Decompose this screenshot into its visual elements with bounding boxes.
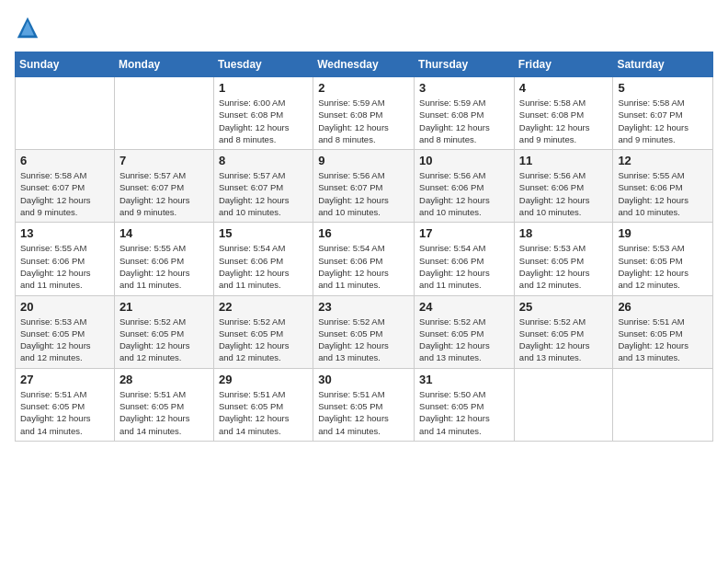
header-monday: Monday — [114, 52, 213, 77]
day-number: 11 — [519, 154, 609, 167]
logo-icon — [15, 15, 40, 40]
calendar-cell: 23Sunrise: 5:52 AM Sunset: 6:05 PM Dayli… — [313, 295, 415, 368]
day-info: Sunrise: 5:56 AM Sunset: 6:06 PM Dayligh… — [519, 169, 609, 218]
calendar-cell: 1Sunrise: 6:00 AM Sunset: 6:08 PM Daylig… — [213, 77, 313, 150]
day-info: Sunrise: 5:57 AM Sunset: 6:07 PM Dayligh… — [219, 169, 308, 218]
day-number: 25 — [519, 300, 609, 314]
day-info: Sunrise: 5:54 AM Sunset: 6:06 PM Dayligh… — [419, 242, 509, 291]
day-info: Sunrise: 5:52 AM Sunset: 6:05 PM Dayligh… — [419, 316, 509, 364]
calendar-cell: 20Sunrise: 5:53 AM Sunset: 6:05 PM Dayli… — [16, 295, 115, 368]
day-number: 18 — [519, 226, 609, 240]
day-number: 8 — [219, 154, 308, 167]
calendar-body: 1Sunrise: 6:00 AM Sunset: 6:08 PM Daylig… — [16, 77, 713, 442]
header-friday: Friday — [514, 52, 613, 77]
header-wednesday: Wednesday — [313, 52, 415, 77]
calendar-cell: 10Sunrise: 5:56 AM Sunset: 6:06 PM Dayli… — [415, 150, 515, 223]
calendar-cell: 15Sunrise: 5:54 AM Sunset: 6:06 PM Dayli… — [213, 223, 313, 295]
day-number: 5 — [618, 81, 708, 95]
day-info: Sunrise: 5:51 AM Sunset: 6:05 PM Dayligh… — [318, 388, 409, 437]
calendar-cell: 7Sunrise: 5:57 AM Sunset: 6:07 PM Daylig… — [114, 150, 213, 223]
day-info: Sunrise: 5:53 AM Sunset: 6:05 PM Dayligh… — [618, 242, 708, 291]
day-info: Sunrise: 5:55 AM Sunset: 6:06 PM Dayligh… — [119, 242, 209, 291]
day-info: Sunrise: 5:58 AM Sunset: 6:07 PM Dayligh… — [618, 97, 708, 145]
calendar-table: SundayMondayTuesdayWednesdayThursdayFrid… — [15, 52, 713, 442]
calendar-cell — [613, 368, 713, 441]
day-info: Sunrise: 5:53 AM Sunset: 6:05 PM Dayligh… — [20, 316, 109, 364]
calendar-cell: 18Sunrise: 5:53 AM Sunset: 6:05 PM Dayli… — [514, 223, 613, 295]
calendar-cell: 28Sunrise: 5:51 AM Sunset: 6:05 PM Dayli… — [114, 368, 213, 441]
day-number: 12 — [618, 154, 708, 167]
day-number: 30 — [318, 373, 409, 386]
calendar-cell: 4Sunrise: 5:58 AM Sunset: 6:08 PM Daylig… — [514, 77, 613, 150]
calendar-cell: 25Sunrise: 5:52 AM Sunset: 6:05 PM Dayli… — [514, 295, 613, 368]
day-info: Sunrise: 5:51 AM Sunset: 6:05 PM Dayligh… — [219, 388, 308, 437]
calendar-header: SundayMondayTuesdayWednesdayThursdayFrid… — [16, 52, 713, 77]
day-number: 1 — [219, 81, 308, 95]
calendar-cell: 2Sunrise: 5:59 AM Sunset: 6:08 PM Daylig… — [313, 77, 415, 150]
day-info: Sunrise: 5:52 AM Sunset: 6:05 PM Dayligh… — [318, 316, 409, 364]
day-number: 13 — [20, 226, 109, 240]
day-info: Sunrise: 5:52 AM Sunset: 6:05 PM Dayligh… — [519, 316, 609, 364]
calendar-cell: 30Sunrise: 5:51 AM Sunset: 6:05 PM Dayli… — [313, 368, 415, 441]
header-tuesday: Tuesday — [213, 52, 313, 77]
header-saturday: Saturday — [613, 52, 713, 77]
page-header — [15, 15, 713, 40]
calendar-cell: 29Sunrise: 5:51 AM Sunset: 6:05 PM Dayli… — [213, 368, 313, 441]
calendar-cell: 19Sunrise: 5:53 AM Sunset: 6:05 PM Dayli… — [613, 223, 713, 295]
day-info: Sunrise: 5:57 AM Sunset: 6:07 PM Dayligh… — [119, 169, 209, 218]
calendar-cell: 13Sunrise: 5:55 AM Sunset: 6:06 PM Dayli… — [16, 223, 115, 295]
day-number: 31 — [419, 373, 509, 386]
day-info: Sunrise: 5:51 AM Sunset: 6:05 PM Dayligh… — [119, 388, 209, 437]
day-number: 15 — [219, 226, 308, 240]
day-number: 9 — [318, 154, 409, 167]
calendar-cell: 16Sunrise: 5:54 AM Sunset: 6:06 PM Dayli… — [313, 223, 415, 295]
calendar-cell — [114, 77, 213, 150]
header-row: SundayMondayTuesdayWednesdayThursdayFrid… — [16, 52, 713, 77]
day-number: 10 — [419, 154, 509, 167]
week-row-3: 13Sunrise: 5:55 AM Sunset: 6:06 PM Dayli… — [16, 223, 713, 295]
day-number: 21 — [119, 300, 209, 314]
day-info: Sunrise: 5:53 AM Sunset: 6:05 PM Dayligh… — [519, 242, 609, 291]
calendar-cell: 8Sunrise: 5:57 AM Sunset: 6:07 PM Daylig… — [213, 150, 313, 223]
day-info: Sunrise: 5:56 AM Sunset: 6:06 PM Dayligh… — [419, 169, 509, 218]
calendar-cell: 11Sunrise: 5:56 AM Sunset: 6:06 PM Dayli… — [514, 150, 613, 223]
day-number: 14 — [119, 226, 209, 240]
day-number: 3 — [419, 81, 509, 95]
calendar-cell: 31Sunrise: 5:50 AM Sunset: 6:05 PM Dayli… — [415, 368, 515, 441]
day-number: 27 — [20, 373, 109, 386]
week-row-5: 27Sunrise: 5:51 AM Sunset: 6:05 PM Dayli… — [16, 368, 713, 441]
day-info: Sunrise: 5:55 AM Sunset: 6:06 PM Dayligh… — [20, 242, 109, 291]
day-number: 23 — [318, 300, 409, 314]
calendar-cell: 17Sunrise: 5:54 AM Sunset: 6:06 PM Dayli… — [415, 223, 515, 295]
header-sunday: Sunday — [16, 52, 115, 77]
day-info: Sunrise: 5:55 AM Sunset: 6:06 PM Dayligh… — [618, 169, 708, 218]
week-row-4: 20Sunrise: 5:53 AM Sunset: 6:05 PM Dayli… — [16, 295, 713, 368]
day-number: 26 — [618, 300, 708, 314]
day-info: Sunrise: 6:00 AM Sunset: 6:08 PM Dayligh… — [219, 97, 308, 145]
calendar-cell: 9Sunrise: 5:56 AM Sunset: 6:07 PM Daylig… — [313, 150, 415, 223]
day-number: 24 — [419, 300, 509, 314]
calendar-cell: 26Sunrise: 5:51 AM Sunset: 6:05 PM Dayli… — [613, 295, 713, 368]
day-info: Sunrise: 5:51 AM Sunset: 6:05 PM Dayligh… — [618, 316, 708, 364]
day-number: 17 — [419, 226, 509, 240]
week-row-2: 6Sunrise: 5:58 AM Sunset: 6:07 PM Daylig… — [16, 150, 713, 223]
day-info: Sunrise: 5:52 AM Sunset: 6:05 PM Dayligh… — [219, 316, 308, 364]
day-info: Sunrise: 5:51 AM Sunset: 6:05 PM Dayligh… — [20, 388, 109, 437]
header-thursday: Thursday — [415, 52, 515, 77]
day-info: Sunrise: 5:56 AM Sunset: 6:07 PM Dayligh… — [318, 169, 409, 218]
day-number: 2 — [318, 81, 409, 95]
day-number: 20 — [20, 300, 109, 314]
calendar-cell: 21Sunrise: 5:52 AM Sunset: 6:05 PM Dayli… — [114, 295, 213, 368]
day-number: 16 — [318, 226, 409, 240]
calendar-cell: 22Sunrise: 5:52 AM Sunset: 6:05 PM Dayli… — [213, 295, 313, 368]
day-number: 19 — [618, 226, 708, 240]
calendar-cell: 27Sunrise: 5:51 AM Sunset: 6:05 PM Dayli… — [16, 368, 115, 441]
day-info: Sunrise: 5:52 AM Sunset: 6:05 PM Dayligh… — [119, 316, 209, 364]
day-info: Sunrise: 5:59 AM Sunset: 6:08 PM Dayligh… — [318, 97, 409, 145]
calendar-cell: 12Sunrise: 5:55 AM Sunset: 6:06 PM Dayli… — [613, 150, 713, 223]
calendar-cell: 3Sunrise: 5:59 AM Sunset: 6:08 PM Daylig… — [415, 77, 515, 150]
calendar-cell: 14Sunrise: 5:55 AM Sunset: 6:06 PM Dayli… — [114, 223, 213, 295]
day-number: 28 — [119, 373, 209, 386]
day-info: Sunrise: 5:54 AM Sunset: 6:06 PM Dayligh… — [318, 242, 409, 291]
week-row-1: 1Sunrise: 6:00 AM Sunset: 6:08 PM Daylig… — [16, 77, 713, 150]
